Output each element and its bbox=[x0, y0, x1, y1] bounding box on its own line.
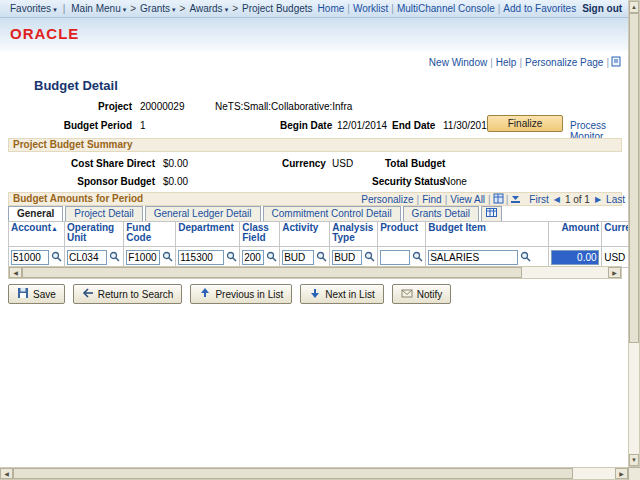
save-icon bbox=[17, 287, 29, 301]
budget-item-lookup-icon[interactable] bbox=[520, 251, 531, 264]
department-lookup-icon[interactable] bbox=[226, 251, 237, 264]
activity-input[interactable] bbox=[282, 250, 314, 265]
col-analysis-type[interactable]: Analysis Type bbox=[330, 222, 378, 247]
analysis-type-input[interactable] bbox=[332, 250, 362, 265]
multichannel-console-link[interactable]: MultiChannel Console bbox=[397, 3, 495, 14]
analysis-type-lookup-icon[interactable] bbox=[364, 251, 375, 264]
col-department[interactable]: Department bbox=[176, 222, 240, 247]
add-to-favorites-link[interactable]: Add to Favorites bbox=[503, 3, 576, 14]
fund-code-lookup-icon[interactable] bbox=[162, 251, 173, 264]
budget-period-label: Budget Period bbox=[0, 120, 132, 131]
grid-toolbar: Personalize | Find | View All | | First … bbox=[358, 192, 628, 206]
personalize-page-link[interactable]: Personalize Page bbox=[525, 57, 603, 68]
scroll-left-icon[interactable]: ◀ bbox=[9, 267, 22, 278]
previous-in-list-button[interactable]: Previous in List bbox=[190, 284, 292, 304]
scroll-up-icon[interactable]: ▲ bbox=[629, 1, 639, 13]
crumb-grants[interactable]: Grants▾ bbox=[140, 3, 176, 14]
previous-page-icon[interactable]: ◀ bbox=[554, 195, 560, 204]
grid-data-row: USD bbox=[9, 247, 640, 268]
col-operating-unit[interactable]: Operating Unit bbox=[65, 222, 124, 247]
grid-horizontal-scrollbar[interactable]: ◀ ▶ bbox=[8, 266, 622, 279]
next-in-list-button[interactable]: Next in List bbox=[300, 284, 383, 304]
personalize-link[interactable]: Personalize bbox=[361, 194, 413, 205]
crumb-project-budgets: Project Budgets bbox=[242, 3, 313, 14]
window-horizontal-scrollbar[interactable]: ◀ ▶ bbox=[0, 467, 628, 480]
scroll-left-icon[interactable]: ◀ bbox=[0, 468, 13, 479]
help-link[interactable]: Help bbox=[496, 57, 517, 68]
project-budget-summary-header: Project Budget Summary bbox=[8, 138, 622, 152]
next-page-icon[interactable]: ▶ bbox=[595, 195, 601, 204]
save-button[interactable]: Save bbox=[8, 284, 65, 304]
view-all-link[interactable]: View All bbox=[450, 194, 485, 205]
show-all-columns-tab[interactable] bbox=[481, 206, 502, 221]
fund-code-input[interactable] bbox=[126, 250, 160, 265]
home-link[interactable]: Home bbox=[318, 3, 345, 14]
chevron-down-icon: ▾ bbox=[225, 6, 229, 13]
finalize-button[interactable]: Finalize bbox=[487, 115, 563, 132]
horizontal-scrollbar-thumb[interactable] bbox=[13, 468, 573, 479]
operating-unit-lookup-icon[interactable] bbox=[109, 251, 120, 264]
project-description: NeTS:Small:Collaborative:Infra bbox=[215, 101, 352, 112]
tab-commitment-control-detail[interactable]: Commitment Control Detail bbox=[263, 206, 401, 221]
tab-general-ledger-detail[interactable]: General Ledger Detail bbox=[145, 206, 261, 221]
return-to-search-button[interactable]: Return to Search bbox=[73, 284, 183, 304]
link-separator: | bbox=[506, 194, 509, 205]
sort-asc-icon: ▲ bbox=[51, 225, 58, 232]
page-title: Budget Detail bbox=[34, 78, 118, 93]
tab-general[interactable]: General bbox=[8, 206, 63, 221]
copy-url-icon[interactable] bbox=[611, 56, 622, 69]
find-link[interactable]: Find bbox=[422, 194, 441, 205]
col-account[interactable]: Account▲ bbox=[9, 222, 65, 247]
amount-input[interactable] bbox=[551, 250, 599, 265]
operating-unit-input[interactable] bbox=[67, 250, 107, 265]
footer-toolbar: Save Return to Search Previous in List N… bbox=[8, 284, 451, 304]
link-separator: | bbox=[490, 57, 493, 68]
crumb-awards[interactable]: Awards▾ bbox=[189, 3, 228, 14]
class-field-input[interactable] bbox=[242, 250, 264, 265]
vertical-scrollbar-thumb[interactable] bbox=[629, 13, 639, 343]
chevron-down-icon: ▾ bbox=[123, 6, 127, 13]
breadcrumb: Favorites▾ | Main Menu▾ > Grants▾ > Awar… bbox=[8, 3, 315, 14]
header-fields: Project 20000029 NeTS:Small:Collaborativ… bbox=[0, 98, 628, 140]
end-date-label: End Date bbox=[392, 120, 435, 131]
zoom-grid-icon[interactable] bbox=[493, 193, 504, 206]
next-in-list-icon bbox=[309, 287, 321, 301]
new-window-link[interactable]: New Window bbox=[429, 57, 487, 68]
menu-main-menu[interactable]: Main Menu▾ bbox=[71, 3, 126, 14]
tab-project-detail[interactable]: Project Detail bbox=[65, 206, 142, 221]
budget-item-input[interactable] bbox=[428, 250, 518, 265]
account-input[interactable] bbox=[11, 250, 49, 265]
scrollbar-corner bbox=[628, 467, 640, 480]
col-class-field[interactable]: Class Field bbox=[240, 222, 280, 247]
end-date-value: 11/30/2015 bbox=[443, 120, 492, 131]
budget-period-value: 1 bbox=[140, 120, 146, 131]
breadcrumb-arrow: > bbox=[130, 3, 136, 14]
col-activity[interactable]: Activity bbox=[280, 222, 330, 247]
scroll-right-icon[interactable]: ▶ bbox=[608, 267, 621, 278]
link-separator: | bbox=[417, 194, 420, 205]
class-field-lookup-icon[interactable] bbox=[266, 251, 277, 264]
tab-grants-detail[interactable]: Grants Detail bbox=[403, 206, 479, 221]
product-input[interactable] bbox=[380, 250, 410, 265]
notify-button[interactable]: Notify bbox=[392, 284, 452, 304]
oracle-logo: ORACLE bbox=[10, 25, 79, 42]
worklist-link[interactable]: Worklist bbox=[353, 3, 388, 14]
col-amount[interactable]: Amount bbox=[548, 222, 602, 247]
account-lookup-icon[interactable] bbox=[51, 251, 62, 264]
window-vertical-scrollbar[interactable]: ▲ ▼ bbox=[628, 0, 640, 467]
col-product[interactable]: Product bbox=[378, 222, 426, 247]
sign-out-link[interactable]: Sign out bbox=[582, 3, 622, 14]
last-link[interactable]: Last bbox=[606, 194, 625, 205]
scroll-down-icon[interactable]: ▼ bbox=[629, 454, 639, 466]
product-lookup-icon[interactable] bbox=[412, 251, 423, 264]
scroll-right-icon[interactable]: ▶ bbox=[615, 468, 628, 479]
first-link[interactable]: First bbox=[529, 194, 548, 205]
download-icon[interactable] bbox=[510, 193, 521, 206]
menu-favorites[interactable]: Favorites▾ bbox=[10, 3, 57, 14]
col-fund-code[interactable]: Fund Code bbox=[124, 222, 176, 247]
department-input[interactable] bbox=[178, 250, 224, 265]
grid-scrollbar-thumb[interactable] bbox=[22, 267, 522, 278]
security-status-label: Security Status bbox=[372, 176, 445, 187]
col-budget-item[interactable]: Budget Item bbox=[426, 222, 548, 247]
activity-lookup-icon[interactable] bbox=[316, 251, 327, 264]
